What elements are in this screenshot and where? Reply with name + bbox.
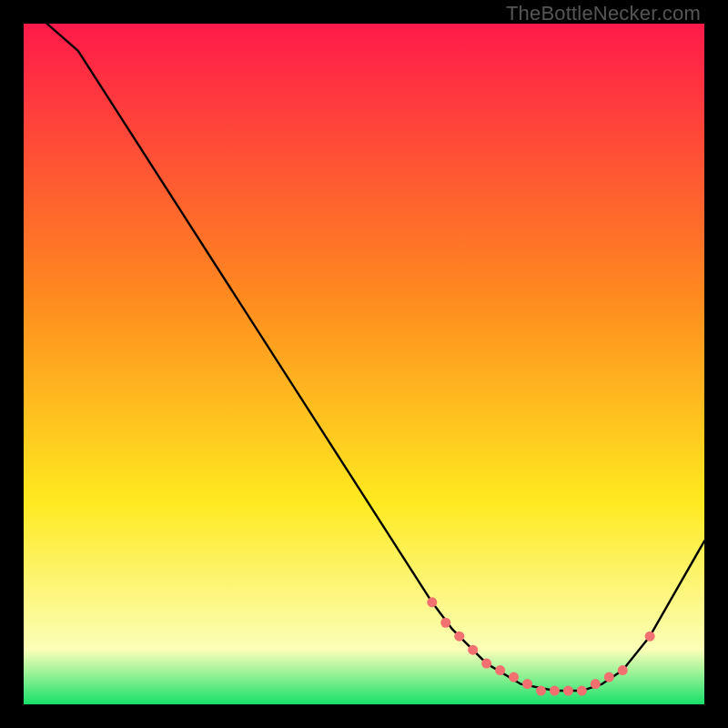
marker-dot (522, 679, 532, 689)
marker-dot (550, 686, 560, 696)
marker-dot (440, 618, 450, 628)
marker-dot (591, 679, 601, 689)
marker-dot (563, 686, 573, 696)
marker-dot (495, 665, 505, 675)
marker-dot (577, 686, 587, 696)
marker-dot (604, 672, 614, 682)
marker-dot (481, 659, 491, 669)
marker-dot (645, 632, 655, 642)
marker-dot (618, 665, 628, 675)
watermark-text: TheBottleNecker.com (506, 2, 701, 25)
marker-dot (468, 645, 478, 655)
bottleneck-chart (24, 24, 704, 704)
marker-dot (454, 632, 464, 642)
marker-dot (536, 686, 546, 696)
plot-frame (24, 24, 704, 704)
marker-dot (509, 672, 519, 682)
marker-dot (427, 597, 437, 607)
